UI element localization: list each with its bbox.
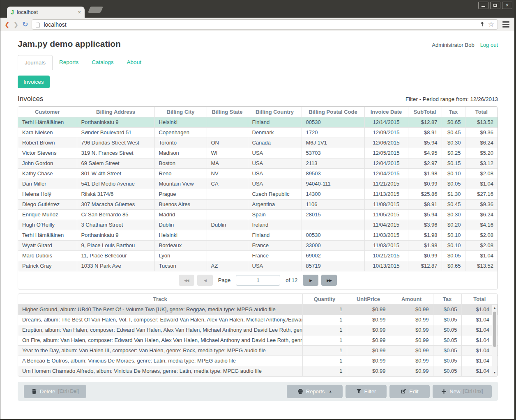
page-content: Jam.py demo application Administrator Bo… (0, 31, 514, 419)
table-row[interactable]: Kathy Chase801 W 4th StreetRenoNVUSA8950… (18, 168, 498, 179)
table-row[interactable]: Dreams, album: The Best Of Van Halen, Vo… (18, 314, 498, 325)
column-header[interactable]: Total (465, 107, 498, 117)
table-row[interactable]: Robert Brown796 Dundas Street WestToront… (18, 138, 498, 148)
logout-link[interactable]: Log out (480, 42, 498, 48)
table-cell: Patrick Gray (18, 261, 77, 271)
tab-catalogs[interactable]: Catalogs (85, 55, 120, 70)
forward-button[interactable]: ❯ (14, 21, 19, 28)
table-row[interactable]: Marc Dubois11, Place BellecourLyonFrance… (18, 250, 498, 261)
column-header[interactable]: Billing Address (77, 107, 154, 117)
prev-page-button[interactable]: ◀ (197, 275, 213, 286)
table-cell: 14300 (302, 189, 364, 199)
table-row[interactable]: John Gordon69 Salem StreetBostonMAUSA211… (18, 158, 498, 168)
scroll-up-icon[interactable]: ▲ (493, 305, 496, 311)
tab-reports[interactable]: Reports (53, 55, 85, 70)
user-name: Administrator Bob (432, 42, 474, 48)
column-header[interactable]: SubTotal (408, 107, 442, 117)
filter-button[interactable]: Filter (346, 385, 387, 398)
column-header[interactable]: Track (18, 294, 302, 304)
table-row[interactable]: Victor Stevens319 N. Frances StreetMadis… (18, 148, 498, 158)
first-page-button[interactable]: ◀◀ (179, 275, 194, 286)
url-text: localhost (44, 21, 476, 28)
table-cell: 1 (302, 356, 347, 366)
table-row[interactable]: Terhi HämäläinenPorthaninkatu 9HelsinkiF… (18, 117, 498, 127)
reports-button[interactable]: Reports ▲ (287, 385, 343, 398)
table-row[interactable]: Enrique MuñozC/ San Bernardo 85MadridSpa… (18, 209, 498, 220)
close-button[interactable]: × (502, 2, 512, 9)
table-cell: $0.99 (408, 179, 442, 189)
table-row[interactable]: Kara NielsenSønder Boulevard 51Copenhage… (18, 127, 498, 138)
column-header[interactable]: UnitPrice (347, 294, 390, 304)
table-row[interactable]: Wyatt Girard9, Place Louis BarthouBordea… (18, 240, 498, 250)
window-controls: × (478, 2, 512, 9)
scroll-down-icon[interactable]: ▼ (493, 370, 496, 376)
table-cell: Boston (154, 158, 207, 168)
table-cell (207, 199, 248, 209)
table-cell: 1720 (302, 127, 364, 138)
table-row[interactable]: Year to the Day, album: Van Halen III, c… (18, 345, 498, 356)
scrollbar-thumb[interactable] (493, 312, 496, 347)
column-header[interactable]: Customer (18, 107, 77, 117)
column-header[interactable]: Billing Postal Code (302, 107, 364, 117)
table-row[interactable]: On Fire, album: Van Halen, composer: Edw… (18, 335, 498, 345)
table-row[interactable]: A Bencao E Outros, album: Vinicius De Mo… (18, 356, 498, 366)
back-button[interactable]: ❮ (5, 21, 10, 28)
tab-close-icon[interactable]: × (78, 9, 81, 15)
table-row[interactable]: Um Homem Chamado Alfredo, album: Viniciu… (18, 366, 498, 376)
column-header[interactable]: Billing Country (248, 107, 302, 117)
bookmark-star-icon[interactable]: ☆ (488, 21, 494, 28)
table-row[interactable]: Higher Ground, album: UB40 The Best Of -… (18, 304, 498, 314)
table-cell: $0.65 (442, 117, 465, 127)
new-button[interactable]: New [Ctrl+Ins] (433, 385, 492, 398)
key-icon[interactable] (480, 22, 485, 27)
column-header[interactable]: Amount (390, 294, 433, 304)
tab-about[interactable]: About (120, 55, 148, 70)
table-cell: Hugh O'Reilly (18, 220, 77, 230)
table-cell: $0.05 (442, 250, 465, 261)
column-header[interactable]: Billing City (154, 107, 207, 117)
table-cell: 89503 (302, 168, 364, 179)
invoices-button[interactable]: Invoices (18, 76, 50, 88)
column-header[interactable]: Total (461, 294, 498, 304)
table-row[interactable]: Terhi HämäläinenPorthaninkatu 9HelsinkiF… (18, 230, 498, 240)
table-cell: 11/04/2015 (364, 220, 408, 230)
table-row[interactable]: Eruption, album: Van Halen, composer: Ed… (18, 325, 498, 335)
browser-tab[interactable]: J localhost × (7, 7, 85, 18)
table-cell: $2.08 (465, 168, 498, 179)
table-cell: $1.98 (408, 168, 442, 179)
vertical-scrollbar[interactable]: ▲ ▼ (492, 305, 497, 376)
edit-button[interactable]: Edit (389, 385, 430, 398)
page-icon (35, 22, 40, 28)
delete-button[interactable]: Delete [Ctrl+Del] (24, 385, 86, 398)
table-cell: Helsinki (154, 117, 207, 127)
menu-icon[interactable] (502, 21, 510, 28)
last-page-button[interactable]: ▶▶ (321, 275, 337, 286)
table-row[interactable]: Patrick Gray1033 N Park AveTucsonAZUSA85… (18, 261, 498, 271)
table-row[interactable]: Helena HolýRilská 3174/6PragueCzech Repu… (18, 189, 498, 199)
table-cell: USA (248, 261, 302, 271)
table-cell: Prague (154, 189, 207, 199)
tab-journals[interactable]: Journals (18, 55, 53, 70)
column-header[interactable]: Invoice Date (364, 107, 408, 117)
table-cell: France (248, 250, 302, 261)
table-cell: 28015 (302, 209, 364, 220)
table-row[interactable]: Dan Miller541 Del Medio AvenueMountain V… (18, 179, 498, 189)
column-header[interactable]: Quantity (302, 294, 347, 304)
scrollbar-track[interactable] (492, 311, 497, 370)
table-cell: Argentina (248, 199, 302, 209)
table-cell: Higher Ground, album: UB40 The Best Of -… (18, 304, 302, 314)
new-tab-button[interactable] (88, 7, 103, 13)
table-row[interactable]: Diego Gutiérrez307 Macacha GüemesBuenos … (18, 199, 498, 209)
table-cell: $9.36 (465, 127, 498, 138)
next-page-button[interactable]: ▶ (303, 275, 318, 286)
table-cell: Finland (248, 117, 302, 127)
reload-button[interactable]: ↻ (22, 20, 28, 29)
column-header[interactable]: Tax (442, 107, 465, 117)
column-header[interactable]: Billing State (207, 107, 248, 117)
page-number-input[interactable] (236, 275, 280, 286)
minimize-button[interactable] (478, 2, 488, 9)
table-row[interactable]: Hugh O'Reilly3 Chatham StreetDublinDubli… (18, 220, 498, 230)
column-header[interactable]: Tax (433, 294, 461, 304)
address-bar[interactable]: localhost ☆ (32, 19, 498, 30)
maximize-button[interactable] (490, 2, 500, 9)
